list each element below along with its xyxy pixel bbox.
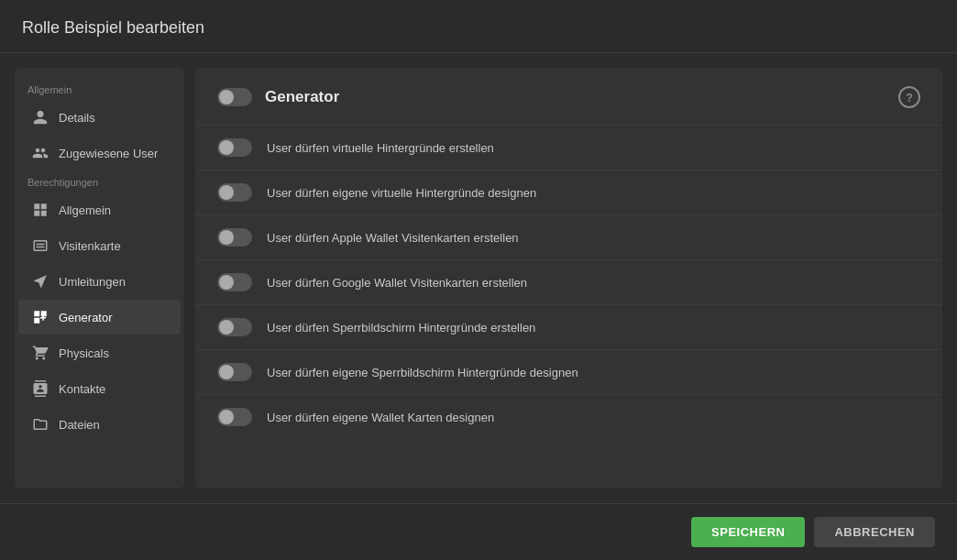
toggle-row-4: User dürfen Google Wallet Visitenkarten … [195, 260, 942, 305]
toggle-label-t5: User dürfen Sperrbildschirm Hintergründe… [267, 321, 535, 335]
sidebar-section-berechtigungen: Berechtigungen [15, 171, 184, 192]
contact-icon [31, 379, 50, 398]
files-icon [31, 415, 50, 434]
toggle-slider-t5 [217, 318, 252, 336]
toggle-label-t3: User dürfen Apple Wallet Visitenkarten e… [267, 231, 519, 245]
modal-title: Rolle Beispiel bearbeiten [22, 18, 935, 38]
sidebar-item-allgemein[interactable]: Allgemein [18, 192, 181, 227]
modal-container: Rolle Beispiel bearbeiten Allgemein Deta… [0, 0, 957, 560]
toggle-slider-t2 [217, 183, 252, 202]
grid-plus-icon [31, 308, 50, 326]
toggle-t1[interactable] [217, 138, 252, 157]
content-header: Generator ? [195, 68, 942, 126]
toggle-row-3: User dürfen Apple Wallet Visitenkarten e… [195, 215, 942, 260]
sidebar-item-assigned-users[interactable]: Zugewiesene User [18, 136, 181, 170]
toggle-t4[interactable] [217, 273, 252, 291]
main-content: Generator ? User dürfen virtuelle Hinter… [195, 68, 942, 489]
toggle-slider [217, 88, 252, 106]
sidebar-label-physicals: Physicals [59, 346, 109, 360]
toggle-row-5: User dürfen Sperrbildschirm Hintergründe… [195, 305, 942, 350]
toggle-label-t6: User dürfen eigene Sperrbildschirm Hinte… [267, 366, 578, 379]
sidebar-item-umleitungen[interactable]: Umleitungen [18, 264, 181, 299]
toggle-row-6: User dürfen eigene Sperrbildschirm Hinte… [195, 350, 942, 395]
toggle-label-t2: User dürfen eigene virtuelle Hintergründ… [267, 186, 536, 200]
toggle-t7[interactable] [217, 408, 252, 426]
modal-body: Allgemein Details Zugewiesene User B [0, 53, 957, 503]
redirect-icon [31, 272, 50, 291]
sidebar-item-generator[interactable]: Generator [18, 300, 181, 335]
toggle-label-t1: User dürfen virtuelle Hintergründe erste… [267, 141, 494, 155]
sidebar-label-assigned-users: Zugewiesene User [59, 147, 158, 160]
sidebar: Allgemein Details Zugewiesene User B [15, 68, 184, 489]
sidebar-label-allgemein: Allgemein [59, 203, 111, 217]
sidebar-item-details[interactable]: Details [18, 100, 181, 135]
modal-header: Rolle Beispiel bearbeiten [0, 0, 957, 53]
help-icon[interactable]: ? [898, 86, 920, 108]
toggle-slider-t7 [217, 408, 252, 426]
toggle-slider-t3 [217, 228, 252, 247]
toggle-label-t4: User dürfen Google Wallet Visitenkarten … [267, 276, 527, 290]
sidebar-label-generator: Generator [59, 311, 113, 324]
modal-footer: SPEICHERN ABBRECHEN [0, 503, 957, 560]
toggle-slider-t1 [217, 138, 252, 157]
sidebar-label-details: Details [59, 111, 95, 125]
toggle-row-2: User dürfen eigene virtuelle Hintergründ… [195, 170, 942, 215]
sidebar-label-umleitungen: Umleitungen [59, 275, 126, 289]
card-icon [31, 236, 50, 255]
toggle-label-t7: User dürfen eigene Wallet Karten designe… [267, 411, 494, 424]
toggle-slider-t4 [217, 273, 252, 291]
cart-icon [31, 344, 50, 362]
toggle-row-7: User dürfen eigene Wallet Karten designe… [195, 395, 942, 439]
sidebar-item-physicals[interactable]: Physicals [18, 335, 181, 370]
sidebar-label-dateien: Dateien [59, 418, 100, 432]
toggle-t5[interactable] [217, 318, 252, 336]
sidebar-item-visitenkarte[interactable]: Visitenkarte [18, 228, 181, 263]
sidebar-label-visitenkarte: Visitenkarte [59, 239, 121, 253]
toggle-t3[interactable] [217, 228, 252, 247]
sidebar-section-allgemein: Allgemein [15, 79, 184, 99]
cancel-button[interactable]: ABBRECHEN [814, 517, 935, 547]
person-card-icon [31, 108, 50, 126]
sidebar-item-kontakte[interactable]: Kontakte [18, 371, 181, 406]
people-icon [31, 144, 50, 162]
toggle-t6[interactable] [217, 363, 252, 381]
generator-main-toggle[interactable] [217, 88, 252, 106]
sidebar-label-kontakte: Kontakte [59, 382, 105, 396]
grid-icon [31, 201, 50, 219]
toggle-row-1: User dürfen virtuelle Hintergründe erste… [195, 126, 942, 170]
toggle-t2[interactable] [217, 183, 252, 202]
content-header-left: Generator [217, 88, 339, 106]
content-title: Generator [265, 88, 339, 106]
toggle-slider-t6 [217, 363, 252, 381]
save-button[interactable]: SPEICHERN [691, 517, 805, 547]
sidebar-item-dateien[interactable]: Dateien [18, 407, 181, 442]
